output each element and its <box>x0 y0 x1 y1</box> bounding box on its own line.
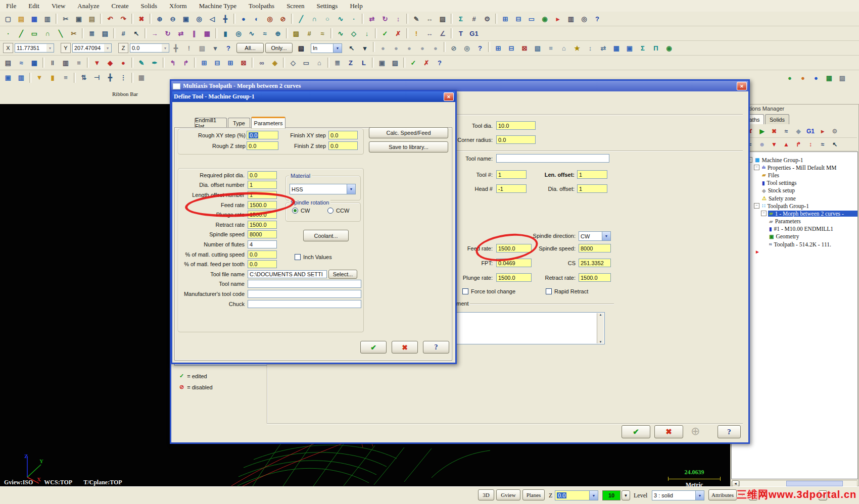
tree-item[interactable]: ◆Stock setup <box>761 187 796 193</box>
help-2-icon[interactable]: ? <box>473 42 487 54</box>
cancel-button[interactable]: ✖ <box>392 341 418 354</box>
lock-icon[interactable]: ◈ <box>268 57 281 69</box>
win-a-icon[interactable]: ⊞ <box>198 57 211 69</box>
surface-icon[interactable]: ▨ <box>290 27 303 39</box>
angle-icon[interactable]: ∠ <box>436 27 449 39</box>
zoom-out-icon[interactable]: ⊖ <box>166 13 179 25</box>
levels-icon[interactable]: ≣ <box>85 27 99 39</box>
level-combo-arrow-icon[interactable]: ▼ <box>695 491 704 500</box>
window-cascade-icon[interactable]: ⊟ <box>512 13 525 25</box>
panel-icon[interactable]: ▧ <box>531 42 544 54</box>
wireframe-torus-icon[interactable]: ◎ <box>263 13 276 25</box>
screen-icon[interactable]: ▭ <box>525 13 538 25</box>
tree-item[interactable]: ▮Tool settings <box>761 180 797 186</box>
3d-button[interactable]: 3D <box>478 489 494 500</box>
color-level-field[interactable]: 10 <box>602 490 621 500</box>
combo-arrow-icon[interactable]: ▼ <box>347 184 355 194</box>
levels-2-icon[interactable]: ▤ <box>2 57 15 69</box>
spline-icon[interactable]: ∿ <box>334 13 347 25</box>
menu-create[interactable]: Create <box>106 1 135 12</box>
field-retract-rate[interactable]: 1500.0 <box>248 221 277 229</box>
layers-icon[interactable]: ▤ <box>99 27 112 39</box>
feed-arrow-icon[interactable]: ▸ <box>817 125 829 137</box>
extrude-icon[interactable]: ▮ <box>219 27 232 39</box>
spindle-speed-field[interactable]: 8000 <box>579 244 611 253</box>
revolve-icon[interactable]: ◎ <box>232 27 245 39</box>
paste-icon[interactable]: ▤ <box>85 13 99 25</box>
expand-icon[interactable]: ↕ <box>804 138 817 150</box>
win-b-icon[interactable]: ⊟ <box>211 57 224 69</box>
camera-icon[interactable]: ◎ <box>578 13 591 25</box>
info-icon[interactable]: ! <box>410 27 423 39</box>
tool-dia-field[interactable]: 10.0 <box>496 121 536 130</box>
menu-machine-type[interactable]: Machine Type <box>193 1 243 12</box>
open-icon[interactable]: ▤ <box>15 13 28 25</box>
home-icon[interactable]: ⌂ <box>557 42 570 54</box>
planes-button[interactable]: Planes <box>522 489 545 500</box>
grid-3-icon[interactable]: ▦ <box>28 57 41 69</box>
chain-5-icon[interactable]: ● <box>429 42 442 54</box>
red-dot-icon[interactable]: ● <box>117 57 130 69</box>
point-icon[interactable]: ∙ <box>347 13 360 25</box>
tab-parameters[interactable]: Parameters <box>251 117 285 128</box>
help-3-icon[interactable]: ? <box>433 57 446 69</box>
sum-icon[interactable]: Σ <box>454 13 467 25</box>
help-button[interactable]: ? <box>423 341 449 354</box>
cancel-x-icon[interactable]: ✗ <box>392 27 405 39</box>
world-icon[interactable]: ◉ <box>538 13 551 25</box>
tree-expander-icon[interactable]: − <box>761 211 767 216</box>
pi-icon[interactable]: Π <box>649 42 662 54</box>
select-mask-icon[interactable]: ▧ <box>295 42 308 54</box>
turn-left-icon[interactable]: ↰ <box>166 57 179 69</box>
field-tool-file-name[interactable]: C:\DOCUMENTS AND SETTI <box>248 270 327 278</box>
win-2-icon[interactable]: ⊟ <box>505 42 518 54</box>
tab-type[interactable]: Type <box>228 118 250 128</box>
cut-icon[interactable]: ✂ <box>59 13 72 25</box>
retract-rate-field[interactable]: 1500.0 <box>579 273 611 282</box>
film-icon[interactable]: ▥ <box>564 13 578 25</box>
post-g1-icon[interactable]: G1 <box>467 27 481 39</box>
lines-icon[interactable]: ≡ <box>59 72 72 84</box>
tab-endmill1-flat[interactable]: Endmill1 Flat <box>195 118 227 128</box>
updown-icon[interactable]: ⇅ <box>77 72 90 84</box>
dots-icon[interactable]: ⋮ <box>117 72 130 84</box>
select-button[interactable]: Select... <box>328 270 357 279</box>
menu-solids[interactable]: Solids <box>135 1 164 12</box>
gview-button[interactable]: Gview <box>496 489 520 500</box>
ok-check-icon[interactable]: ✓ <box>378 27 392 39</box>
force-tool-change-checkbox[interactable] <box>462 288 468 294</box>
insert-icon[interactable]: ↱ <box>792 138 804 150</box>
letter-z-icon[interactable]: Z <box>344 57 357 69</box>
pencil-icon[interactable]: ✎ <box>135 57 148 69</box>
ball-green-icon[interactable]: ● <box>783 72 796 84</box>
hatch-icon[interactable]: ▨ <box>436 13 449 25</box>
cancel-button[interactable]: ✖ <box>654 425 683 438</box>
tree-item[interactable]: ⚠Safety zone <box>761 195 797 201</box>
measure-icon[interactable]: ↔ <box>423 27 436 39</box>
pointer-drop-icon[interactable]: ▾ <box>358 42 371 54</box>
calc-speed-feed-button[interactable]: Calc. Speed/Feed <box>369 127 448 138</box>
drop-icon[interactable]: ▾ <box>209 42 222 54</box>
win-d-icon[interactable]: ⊠ <box>237 57 250 69</box>
all-button[interactable]: All... <box>236 43 264 53</box>
letter-l-icon[interactable]: L <box>357 57 370 69</box>
wcs-home-icon[interactable]: ⌂ <box>313 57 326 69</box>
tab-solids[interactable]: Solids <box>765 114 789 124</box>
tree-item[interactable]: ▣Geometry <box>768 233 800 239</box>
print-icon[interactable]: ▥ <box>41 13 54 25</box>
menu-help[interactable]: Help <box>344 1 368 12</box>
trim-icon[interactable]: ✂ <box>67 27 80 39</box>
field-number-of-flutes[interactable]: 4 <box>248 240 277 248</box>
field-spindle-speed[interactable]: 8000 <box>248 230 277 238</box>
chain-1-icon[interactable]: ● <box>376 42 390 54</box>
in-select[interactable]: In▼ <box>311 43 342 53</box>
z-coordinate-input[interactable]: 0.0▾ <box>130 43 169 53</box>
rows-icon[interactable]: ≡ <box>72 57 85 69</box>
save-icon[interactable]: ▦ <box>28 13 41 25</box>
check-2-icon[interactable]: ✓ <box>407 57 420 69</box>
move-up-icon[interactable]: ▲ <box>780 138 792 150</box>
create-rect-icon[interactable]: ▭ <box>28 27 41 39</box>
attach-icon[interactable]: ╋ <box>169 42 182 54</box>
tool-name-field[interactable] <box>496 154 609 163</box>
create-point-icon[interactable]: ∙ <box>2 27 15 39</box>
